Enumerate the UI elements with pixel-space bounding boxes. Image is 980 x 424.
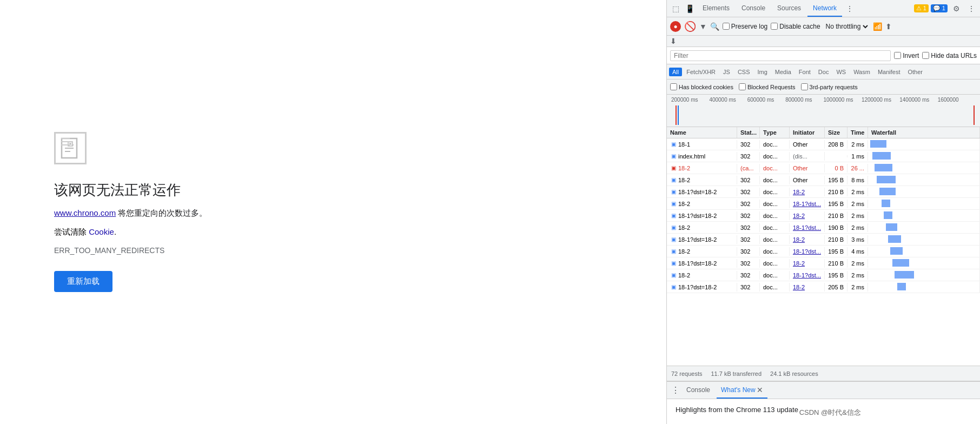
- table-row[interactable]: ▣ 18-1 302 doc... Other 208 B 2 ms: [667, 138, 980, 150]
- bottom-panel-menu[interactable]: ⋮: [671, 385, 680, 395]
- tick-2: 600000 ms: [747, 97, 785, 103]
- row-waterfall: [868, 257, 980, 269]
- file-icon: ▣: [670, 165, 677, 171]
- table-row[interactable]: ▣ 18-1?dst=18-2 302 doc... 18-2 210 B 2 …: [667, 186, 980, 198]
- filter-icon[interactable]: ▼: [699, 22, 707, 31]
- filter-type-media[interactable]: Media: [772, 68, 794, 76]
- col-header-name: Name: [667, 127, 737, 138]
- row-size: 190 B: [825, 223, 847, 232]
- table-row[interactable]: ▣ 18-1?dst=18-2 302 doc... 18-2 205 B 2 …: [667, 281, 980, 293]
- table-row[interactable]: ▣ 18-1?dst=18-2 302 doc... 18-2 210 B 2 …: [667, 210, 980, 222]
- table-header: Name Stat... Type Initiator Size Time Wa…: [667, 127, 980, 138]
- table-row[interactable]: ▣ 18-2 302 doc... 18-1?dst... 195 B 2 ms: [667, 198, 980, 210]
- row-status: 302: [737, 247, 760, 256]
- row-waterfall: [868, 150, 980, 162]
- tab-sources[interactable]: Sources: [772, 0, 806, 17]
- row-status: 302: [737, 235, 760, 244]
- filter-type-wasm[interactable]: Wasm: [850, 68, 873, 76]
- devtools-tab-bar: ⬚ 📱 Elements Console Sources Network ⋮ ⚠…: [667, 0, 980, 17]
- filter-input[interactable]: [670, 50, 891, 61]
- filter-type-xhr[interactable]: Fetch/XHR: [683, 68, 719, 76]
- error-url-link[interactable]: www.chrono.com: [54, 208, 116, 217]
- devtools-panel: ⬚ 📱 Elements Console Sources Network ⋮ ⚠…: [666, 0, 980, 424]
- device-icon[interactable]: 📱: [683, 2, 696, 15]
- row-status: 302: [737, 271, 760, 280]
- network-table[interactable]: Name Stat... Type Initiator Size Time Wa…: [667, 127, 980, 366]
- clear-button[interactable]: 🚫: [684, 21, 696, 32]
- row-type: doc...: [760, 200, 790, 208]
- row-initiator: Other: [790, 164, 825, 173]
- message-badge[interactable]: 💬 1: [931, 4, 948, 12]
- file-icon: ▣: [670, 141, 677, 148]
- row-type: doc...: [760, 247, 790, 256]
- row-name: ▣ index.html: [667, 152, 737, 161]
- table-row[interactable]: ▣ 18-2 302 doc... Other 195 B 8 ms: [667, 174, 980, 186]
- reload-button[interactable]: 重新加载: [54, 271, 112, 292]
- blocked-cookies-checkbox[interactable]: [670, 83, 677, 90]
- filter-type-ws[interactable]: WS: [833, 68, 849, 76]
- row-time: 2 ms: [847, 283, 868, 292]
- row-type: doc...: [760, 164, 790, 173]
- disable-cache-checkbox[interactable]: [771, 23, 778, 30]
- row-initiator: 18-1?dst...: [790, 247, 825, 256]
- tab-console-bottom[interactable]: Console: [682, 382, 714, 399]
- export-icon[interactable]: ⬇: [670, 37, 677, 45]
- table-row[interactable]: ▣ 18-2 302 doc... 18-1?dst... 190 B 2 ms: [667, 222, 980, 234]
- cookie-link[interactable]: Cookie: [89, 227, 114, 236]
- row-time: 3 ms: [847, 235, 868, 244]
- error-redirect-text: 将您重定向的次数过多。: [116, 208, 207, 217]
- online-icon[interactable]: 📶: [873, 22, 882, 31]
- filter-type-css[interactable]: CSS: [734, 68, 753, 76]
- blocked-requests-checkbox[interactable]: [739, 83, 746, 90]
- filter-type-js[interactable]: JS: [720, 68, 733, 76]
- row-size: 195 B: [825, 176, 847, 184]
- tick-7: 1600000: [938, 97, 976, 103]
- bottom-panel: ⋮ Console What's New ✕ Highlights from t…: [667, 381, 980, 424]
- filter-type-img[interactable]: Img: [754, 68, 771, 76]
- table-row[interactable]: ▣ 18-2 302 doc... 18-1?dst... 195 B 4 ms: [667, 246, 980, 257]
- import-icon[interactable]: ⬆: [885, 22, 892, 31]
- tab-whats-new[interactable]: What's New ✕: [717, 382, 767, 399]
- col-header-time: Time: [847, 127, 868, 138]
- tab-console[interactable]: Console: [736, 0, 771, 17]
- blocked-cookies-filter[interactable]: Has blocked cookies: [670, 83, 733, 90]
- record-button[interactable]: ●: [670, 21, 681, 32]
- search-icon[interactable]: 🔍: [710, 22, 719, 31]
- table-row[interactable]: ▣ index.html 302 doc... (dis... 1 ms: [667, 150, 980, 162]
- preserve-log-label[interactable]: Preserve log: [723, 23, 767, 30]
- table-row[interactable]: ▣ 18-1?dst=18-2 302 doc... 18-2 210 B 3 …: [667, 234, 980, 246]
- tab-network[interactable]: Network: [807, 0, 842, 17]
- settings-icon[interactable]: ⚙: [950, 2, 963, 15]
- file-icon: ▣: [670, 284, 677, 290]
- filter-type-all[interactable]: All: [669, 68, 682, 76]
- filter-type-doc[interactable]: Doc: [815, 68, 832, 76]
- more-options-icon[interactable]: ⋮: [965, 2, 978, 15]
- inspect-icon[interactable]: ⬚: [669, 2, 682, 15]
- preserve-log-checkbox[interactable]: [723, 23, 730, 30]
- close-whats-new[interactable]: ✕: [757, 386, 763, 394]
- invert-checkbox[interactable]: [894, 52, 901, 59]
- tab-elements[interactable]: Elements: [697, 0, 735, 17]
- third-party-checkbox[interactable]: [801, 83, 808, 90]
- row-time: 26 ...: [847, 164, 868, 173]
- table-row[interactable]: ▣ 18-2 (ca... doc... Other 0 B 26 ...: [667, 162, 980, 174]
- hide-data-urls-checkbox[interactable]: [922, 52, 929, 59]
- invert-label[interactable]: Invert: [894, 52, 919, 59]
- more-tabs-icon[interactable]: ⋮: [843, 2, 856, 15]
- table-row[interactable]: ▣ 18-1?dst=18-2 302 doc... 18-2 210 B 2 …: [667, 257, 980, 269]
- hide-data-urls-label[interactable]: Hide data URLs: [922, 52, 977, 59]
- row-type: doc...: [760, 152, 790, 161]
- filter-type-font[interactable]: Font: [796, 68, 814, 76]
- row-type: doc...: [760, 140, 790, 149]
- warning-badge[interactable]: ⚠ 1: [914, 4, 929, 12]
- third-party-filter[interactable]: 3rd-party requests: [801, 83, 858, 90]
- col-header-size: Size: [825, 127, 847, 138]
- filter-type-manifest[interactable]: Manifest: [875, 68, 904, 76]
- col-header-status: Stat...: [737, 127, 760, 138]
- disable-cache-label[interactable]: Disable cache: [771, 23, 820, 30]
- blocked-requests-filter[interactable]: Blocked Requests: [739, 83, 796, 90]
- table-row[interactable]: ▣ 18-2 302 doc... 18-1?dst... 195 B 2 ms: [667, 269, 980, 281]
- filter-type-other[interactable]: Other: [904, 68, 926, 76]
- throttle-select[interactable]: No throttling: [824, 22, 870, 31]
- row-status: 302: [737, 259, 760, 268]
